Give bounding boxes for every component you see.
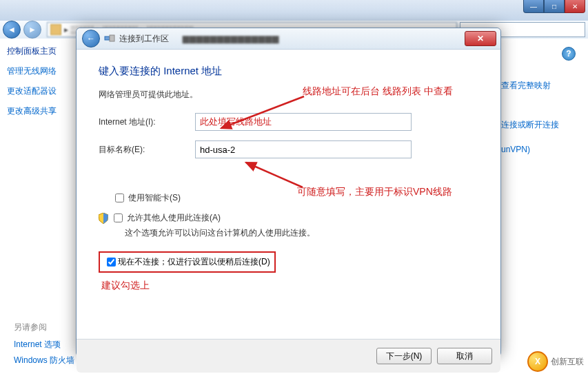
wizard-subheading: 网络管理员可提供此地址。 — [99, 89, 478, 101]
internet-address-label: Internet 地址(I): — [99, 116, 195, 128]
defer-connect-checkbox[interactable] — [107, 258, 116, 267]
left-pane-heading: 控制面板主页 — [7, 45, 72, 57]
svg-line-3 — [246, 163, 303, 187]
left-link-sharing[interactable]: 更改高级共享 — [7, 105, 72, 117]
network-icon — [104, 33, 115, 44]
shield-icon — [99, 213, 108, 224]
wizard-body: 键入要连接的 Internet 地址 网络管理员可提供此地址。 Internet… — [77, 50, 500, 339]
wizard-title-text: 连接到工作区 — [119, 33, 169, 45]
folder-icon — [50, 24, 61, 35]
allow-others-checkbox[interactable] — [114, 213, 123, 222]
cancel-button[interactable]: 取消 — [437, 348, 492, 364]
right-link-connect[interactable]: 连接或断开连接 — [501, 119, 577, 131]
help-icon[interactable]: ? — [562, 47, 576, 61]
outer-titlebar: — □ ✕ — [0, 0, 588, 21]
connect-workplace-wizard: ← 连接到工作区 ▆▆▆▆▆▆▆▆▆▆▆▆▆▆ ✕ 键入要连接的 Interne… — [76, 28, 501, 357]
see-also-section: 另请参阅 Internet 选项 Windows 防火墙 — [14, 322, 74, 370]
explorer-window: — □ ✕ ◄ ► ▸ ░░░░ ▸ ░░░░░░ ▸ ░░░░░░░░ ? 控… — [0, 0, 588, 376]
allow-others-hint: 这个选项允许可以访问这台计算机的人使用此连接。 — [125, 227, 478, 239]
see-also-heading: 另请参阅 — [14, 322, 74, 333]
maximize-button[interactable]: □ — [544, 0, 565, 13]
destination-name-label: 目标名称(E): — [99, 144, 195, 156]
left-nav-pane: 控制面板主页 管理无线网络 更改适配器设 更改高级共享 — [7, 45, 72, 125]
right-link-map[interactable]: 查看完整映射 — [501, 80, 577, 92]
left-link-wireless[interactable]: 管理无线网络 — [7, 65, 72, 77]
nav-back-button[interactable]: ◄ — [3, 21, 21, 39]
smartcard-row: 使用智能卡(S) — [112, 191, 478, 205]
wizard-heading: 键入要连接的 Internet 地址 — [99, 65, 478, 78]
annotation-arrow-mid — [241, 160, 310, 190]
destination-name-input[interactable] — [195, 140, 412, 158]
wizard-footer: 下一步(N) 取消 — [77, 339, 500, 373]
outer-window-controls: — □ ✕ — [523, 0, 585, 13]
minimize-button[interactable]: — — [523, 0, 544, 13]
right-links: 查看完整映射 连接或断开连接 unVPN) — [501, 80, 577, 168]
defer-connect-label: 现在不连接；仅进行设置以便稍后连接(D) — [118, 256, 270, 268]
wizard-titlebar: ← 连接到工作区 ▆▆▆▆▆▆▆▆▆▆▆▆▆▆ ✕ — [77, 28, 500, 50]
allow-others-label: 允许其他人使用此连接(A) — [127, 212, 221, 224]
defer-connect-highlight: 现在不连接；仅进行设置以便稍后连接(D) — [99, 251, 276, 273]
footer-link-internet[interactable]: Internet 选项 — [14, 339, 74, 351]
internet-address-input[interactable] — [195, 113, 412, 131]
smartcard-label: 使用智能卡(S) — [128, 192, 181, 204]
logo-badge: X — [527, 351, 548, 372]
nav-forward-button[interactable]: ► — [23, 21, 41, 39]
logo-text: 创新互联 — [551, 356, 584, 368]
next-button[interactable]: 下一步(N) — [376, 348, 432, 364]
svg-rect-0 — [105, 36, 110, 40]
right-link-vpn[interactable]: unVPN) — [501, 145, 577, 154]
smartcard-checkbox[interactable] — [115, 194, 124, 202]
annotation-bottom: 建议勾选上 — [101, 280, 478, 292]
watermark-logo: X 创新互联 — [527, 351, 584, 372]
left-link-adapter[interactable]: 更改适配器设 — [7, 85, 72, 97]
destination-name-row: 目标名称(E): — [99, 140, 478, 158]
wizard-back-button[interactable]: ← — [82, 30, 100, 48]
wizard-title-blur: ▆▆▆▆▆▆▆▆▆▆▆▆▆▆ — [183, 34, 279, 43]
allow-others-row: 允许其他人使用此连接(A) — [99, 211, 478, 224]
internet-address-row: Internet 地址(I): — [99, 113, 478, 131]
footer-link-firewall[interactable]: Windows 防火墙 — [14, 355, 74, 366]
outer-close-button[interactable]: ✕ — [565, 0, 585, 13]
svg-rect-1 — [110, 35, 114, 41]
wizard-close-button[interactable]: ✕ — [465, 31, 496, 46]
